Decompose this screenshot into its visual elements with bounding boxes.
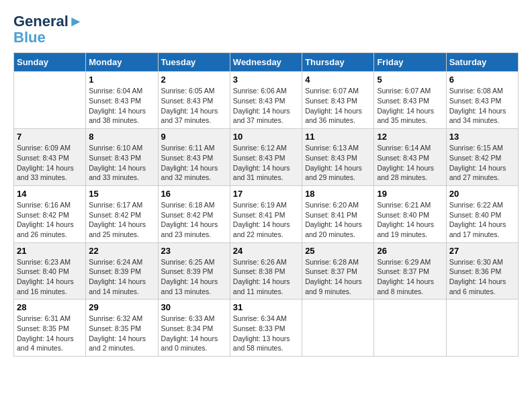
calendar-cell: 30Sunrise: 6:33 AMSunset: 8:34 PMDayligh… — [158, 300, 230, 357]
calendar-cell: 19Sunrise: 6:21 AMSunset: 8:40 PMDayligh… — [374, 185, 446, 242]
day-info: Sunrise: 6:14 AMSunset: 8:43 PMDaylight:… — [377, 143, 443, 183]
calendar-table: SundayMondayTuesdayWednesdayThursdayFrid… — [13, 52, 519, 357]
day-number: 21 — [17, 246, 83, 256]
calendar-header-saturday: Saturday — [446, 53, 518, 72]
day-info: Sunrise: 6:25 AMSunset: 8:39 PMDaylight:… — [161, 257, 227, 297]
calendar-cell: 7Sunrise: 6:09 AMSunset: 8:43 PMDaylight… — [14, 129, 86, 186]
calendar-cell: 20Sunrise: 6:22 AMSunset: 8:40 PMDayligh… — [446, 185, 518, 242]
calendar-cell: 24Sunrise: 6:26 AMSunset: 8:38 PMDayligh… — [230, 242, 302, 300]
calendar-cell: 2Sunrise: 6:05 AMSunset: 8:43 PMDaylight… — [158, 72, 230, 129]
day-number: 18 — [305, 189, 371, 199]
calendar-cell: 5Sunrise: 6:07 AMSunset: 8:43 PMDaylight… — [374, 72, 446, 129]
logo: General►Blue — [13, 13, 83, 46]
calendar-cell: 22Sunrise: 6:24 AMSunset: 8:39 PMDayligh… — [86, 242, 158, 300]
calendar-cell: 29Sunrise: 6:32 AMSunset: 8:35 PMDayligh… — [86, 300, 158, 357]
day-info: Sunrise: 6:32 AMSunset: 8:35 PMDaylight:… — [89, 314, 154, 353]
day-info: Sunrise: 6:13 AMSunset: 8:43 PMDaylight:… — [305, 143, 371, 183]
calendar-cell: 3Sunrise: 6:06 AMSunset: 8:43 PMDaylight… — [230, 72, 302, 129]
day-number: 8 — [89, 132, 154, 142]
calendar-cell — [14, 72, 86, 129]
day-info: Sunrise: 6:07 AMSunset: 8:43 PMDaylight:… — [305, 86, 371, 126]
calendar-cell: 15Sunrise: 6:17 AMSunset: 8:42 PMDayligh… — [86, 185, 158, 242]
day-info: Sunrise: 6:23 AMSunset: 8:40 PMDaylight:… — [17, 257, 83, 297]
calendar-cell: 4Sunrise: 6:07 AMSunset: 8:43 PMDaylight… — [302, 72, 374, 129]
day-number: 15 — [89, 189, 154, 199]
day-number: 16 — [161, 189, 227, 199]
day-number: 2 — [161, 75, 227, 85]
day-number: 1 — [89, 75, 154, 85]
day-info: Sunrise: 6:11 AMSunset: 8:43 PMDaylight:… — [161, 143, 227, 183]
day-number: 31 — [233, 302, 299, 312]
day-number: 6 — [449, 75, 515, 85]
calendar-cell: 23Sunrise: 6:25 AMSunset: 8:39 PMDayligh… — [158, 242, 230, 300]
day-info: Sunrise: 6:10 AMSunset: 8:43 PMDaylight:… — [89, 143, 154, 183]
calendar-cell: 14Sunrise: 6:16 AMSunset: 8:42 PMDayligh… — [14, 185, 86, 242]
day-number: 10 — [233, 132, 299, 142]
day-info: Sunrise: 6:16 AMSunset: 8:42 PMDaylight:… — [17, 200, 83, 240]
calendar-cell: 21Sunrise: 6:23 AMSunset: 8:40 PMDayligh… — [14, 242, 86, 300]
calendar-header-monday: Monday — [86, 53, 158, 72]
calendar-cell: 8Sunrise: 6:10 AMSunset: 8:43 PMDaylight… — [86, 129, 158, 186]
day-number: 13 — [449, 132, 515, 142]
calendar-cell: 17Sunrise: 6:19 AMSunset: 8:41 PMDayligh… — [230, 185, 302, 242]
day-number: 17 — [233, 189, 299, 199]
day-info: Sunrise: 6:29 AMSunset: 8:37 PMDaylight:… — [377, 257, 443, 297]
day-info: Sunrise: 6:26 AMSunset: 8:38 PMDaylight:… — [233, 257, 299, 297]
day-number: 27 — [449, 246, 515, 256]
day-info: Sunrise: 6:04 AMSunset: 8:43 PMDaylight:… — [89, 86, 154, 126]
day-number: 25 — [305, 246, 371, 256]
day-number: 26 — [377, 246, 443, 256]
calendar-cell: 26Sunrise: 6:29 AMSunset: 8:37 PMDayligh… — [374, 242, 446, 300]
logo-text: General►Blue — [13, 13, 83, 46]
day-info: Sunrise: 6:30 AMSunset: 8:36 PMDaylight:… — [449, 257, 515, 297]
day-number: 29 — [89, 302, 154, 312]
day-info: Sunrise: 6:15 AMSunset: 8:42 PMDaylight:… — [449, 143, 515, 183]
day-info: Sunrise: 6:31 AMSunset: 8:35 PMDaylight:… — [17, 314, 83, 353]
calendar-header-sunday: Sunday — [14, 53, 86, 72]
day-info: Sunrise: 6:06 AMSunset: 8:43 PMDaylight:… — [233, 86, 299, 126]
day-number: 9 — [161, 132, 227, 142]
day-info: Sunrise: 6:28 AMSunset: 8:37 PMDaylight:… — [305, 257, 371, 297]
day-info: Sunrise: 6:34 AMSunset: 8:33 PMDaylight:… — [233, 314, 299, 353]
day-number: 7 — [17, 132, 83, 142]
calendar-header-thursday: Thursday — [302, 53, 374, 72]
calendar-cell: 9Sunrise: 6:11 AMSunset: 8:43 PMDaylight… — [158, 129, 230, 186]
page-header: General►Blue — [13, 13, 519, 46]
day-info: Sunrise: 6:09 AMSunset: 8:43 PMDaylight:… — [17, 143, 83, 183]
day-number: 22 — [89, 246, 154, 256]
day-info: Sunrise: 6:08 AMSunset: 8:43 PMDaylight:… — [449, 86, 515, 126]
calendar-cell: 31Sunrise: 6:34 AMSunset: 8:33 PMDayligh… — [230, 300, 302, 357]
calendar-cell — [374, 300, 446, 357]
calendar-cell: 25Sunrise: 6:28 AMSunset: 8:37 PMDayligh… — [302, 242, 374, 300]
day-number: 11 — [305, 132, 371, 142]
calendar-cell: 28Sunrise: 6:31 AMSunset: 8:35 PMDayligh… — [14, 300, 86, 357]
day-number: 4 — [305, 75, 371, 85]
calendar-cell: 16Sunrise: 6:18 AMSunset: 8:42 PMDayligh… — [158, 185, 230, 242]
calendar-cell: 13Sunrise: 6:15 AMSunset: 8:42 PMDayligh… — [446, 129, 518, 186]
day-info: Sunrise: 6:17 AMSunset: 8:42 PMDaylight:… — [89, 200, 154, 240]
calendar-week-row: 28Sunrise: 6:31 AMSunset: 8:35 PMDayligh… — [14, 300, 519, 357]
calendar-cell: 10Sunrise: 6:12 AMSunset: 8:43 PMDayligh… — [230, 129, 302, 186]
day-number: 5 — [377, 75, 443, 85]
calendar-header-tuesday: Tuesday — [158, 53, 230, 72]
calendar-cell: 12Sunrise: 6:14 AMSunset: 8:43 PMDayligh… — [374, 129, 446, 186]
calendar-header-row: SundayMondayTuesdayWednesdayThursdayFrid… — [14, 53, 519, 72]
calendar-header-friday: Friday — [374, 53, 446, 72]
day-info: Sunrise: 6:05 AMSunset: 8:43 PMDaylight:… — [161, 86, 227, 126]
day-number: 20 — [449, 189, 515, 199]
day-info: Sunrise: 6:33 AMSunset: 8:34 PMDaylight:… — [161, 314, 227, 353]
calendar-week-row: 7Sunrise: 6:09 AMSunset: 8:43 PMDaylight… — [14, 129, 519, 186]
day-info: Sunrise: 6:21 AMSunset: 8:40 PMDaylight:… — [377, 200, 443, 240]
calendar-cell — [302, 300, 374, 357]
calendar-week-row: 21Sunrise: 6:23 AMSunset: 8:40 PMDayligh… — [14, 242, 519, 300]
day-number: 14 — [17, 189, 83, 199]
day-number: 3 — [233, 75, 299, 85]
day-number: 28 — [17, 302, 83, 312]
calendar-cell: 11Sunrise: 6:13 AMSunset: 8:43 PMDayligh… — [302, 129, 374, 186]
calendar-cell: 6Sunrise: 6:08 AMSunset: 8:43 PMDaylight… — [446, 72, 518, 129]
day-info: Sunrise: 6:24 AMSunset: 8:39 PMDaylight:… — [89, 257, 154, 297]
calendar-header-wednesday: Wednesday — [230, 53, 302, 72]
day-info: Sunrise: 6:19 AMSunset: 8:41 PMDaylight:… — [233, 200, 299, 240]
calendar-cell — [446, 300, 518, 357]
day-number: 23 — [161, 246, 227, 256]
